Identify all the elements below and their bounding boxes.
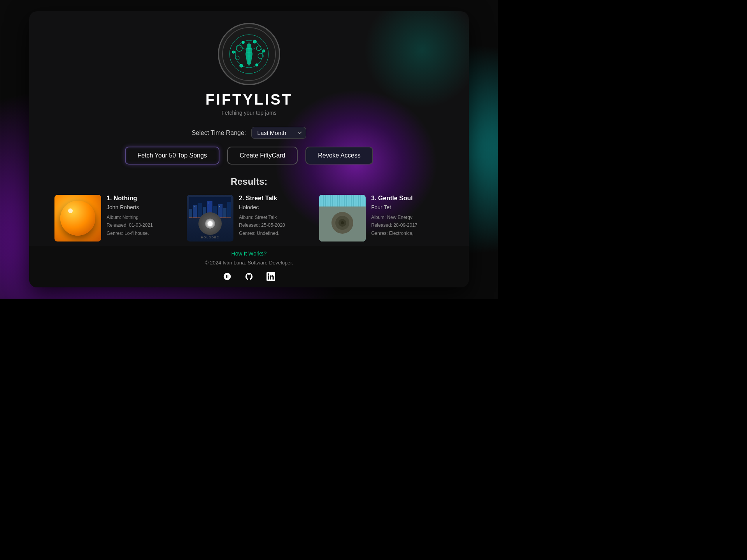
svg-rect-41 — [335, 195, 337, 206]
portfolio-icon — [223, 272, 231, 281]
main-content: FIFTYLIST Fetching your top jams Select … — [29, 11, 469, 242]
svg-rect-49 — [354, 195, 356, 206]
song-released-3: Released: 28-09-2017 — [371, 221, 444, 229]
song-meta-3: Album: New Energy Released: 28-09-2017 G… — [371, 214, 444, 237]
svg-rect-38 — [328, 195, 330, 206]
footer: How It Works? © 2024 Iván Luna. Software… — [29, 246, 469, 287]
svg-rect-40 — [333, 195, 335, 206]
svg-rect-47 — [349, 195, 351, 206]
song-meta-1: Album: Nothing Released: 01-03-2021 Genr… — [107, 214, 179, 237]
song-genres-3: Genres: Electronica, — [371, 229, 444, 237]
svg-rect-28 — [227, 202, 231, 218]
svg-point-15 — [240, 64, 243, 67]
svg-rect-30 — [209, 203, 209, 203]
song-album-1: Album: Nothing — [107, 214, 179, 221]
svg-point-58 — [341, 221, 344, 224]
svg-point-11 — [242, 41, 244, 44]
svg-rect-42 — [338, 195, 339, 206]
svg-rect-44 — [342, 195, 344, 206]
svg-rect-48 — [352, 195, 353, 206]
svg-rect-37 — [326, 195, 328, 206]
how-it-works-link[interactable]: How It Works? — [231, 250, 267, 257]
svg-rect-36 — [324, 195, 325, 206]
songs-grid: 1. Nothing John Roberts Album: Nothing R… — [29, 195, 469, 242]
song-artist-2: Holodec — [239, 204, 311, 210]
outer-background: FIFTYLIST Fetching your top jams Select … — [0, 0, 498, 299]
song-released-1: Released: 01-03-2021 — [107, 221, 179, 229]
time-range-label: Select Time Range: — [192, 130, 246, 136]
svg-rect-39 — [331, 195, 332, 206]
song-artist-1: John Roberts — [107, 204, 179, 210]
art-holodec-label: HOLODEC — [201, 236, 219, 239]
buttons-row: Fetch Your 50 Top Songs Create FiftyCard… — [125, 147, 373, 164]
svg-rect-29 — [195, 206, 195, 207]
art-gentle-bg — [319, 195, 366, 242]
song-genres-1: Genres: Lo-fi house. — [107, 229, 179, 237]
song-art-2: HOLODEC — [187, 195, 233, 242]
svg-rect-46 — [347, 195, 349, 206]
svg-rect-31 — [219, 206, 220, 206]
song-rank-title-2: 2. Street Talk — [239, 195, 311, 202]
footer-icons — [221, 270, 277, 283]
song-info-2: 2. Street Talk Holodec Album: Street Tal… — [239, 195, 311, 237]
fetch-button[interactable]: Fetch Your 50 Top Songs — [125, 147, 219, 164]
song-card-2: HOLODEC 2. Street Talk Holodec Album: St… — [187, 195, 311, 242]
revoke-access-button[interactable]: Revoke Access — [305, 147, 373, 164]
svg-rect-35 — [321, 195, 323, 206]
logo-svg — [222, 27, 276, 81]
svg-rect-53 — [363, 195, 365, 206]
song-genres-2: Genres: Undefined. — [239, 229, 311, 237]
svg-point-12 — [253, 40, 256, 43]
song-card-1: 1. Nothing John Roberts Album: Nothing R… — [54, 195, 179, 242]
app-title: FIFTYLIST — [205, 91, 293, 108]
svg-point-16 — [256, 64, 258, 66]
svg-rect-51 — [359, 195, 360, 206]
time-range-row: Select Time Range: Last Month Last 6 Mon… — [192, 127, 307, 139]
github-icon — [245, 272, 253, 281]
linkedin-icon — [267, 272, 275, 281]
song-art-1 — [54, 195, 101, 242]
song-card-3: 3. Gentle Soul Four Tet Album: New Energ… — [319, 195, 444, 242]
app-logo — [218, 23, 280, 85]
art-nothing-ball — [60, 201, 95, 236]
art-holodec-bg: HOLODEC — [187, 195, 233, 242]
svg-rect-43 — [340, 195, 342, 206]
app-window: FIFTYLIST Fetching your top jams Select … — [29, 11, 469, 287]
song-art-3 — [319, 195, 366, 242]
svg-rect-20 — [189, 209, 192, 218]
svg-point-14 — [263, 50, 265, 52]
song-rank-title-1: 1. Nothing — [107, 195, 179, 202]
art-nothing-bg — [54, 195, 101, 242]
create-fiftycard-button[interactable]: Create FiftyCard — [227, 147, 298, 164]
svg-rect-34 — [319, 195, 321, 206]
song-album-2: Album: Street Talk — [239, 214, 311, 221]
app-subtitle: Fetching your top jams — [221, 110, 277, 116]
results-title: Results: — [231, 176, 268, 187]
song-rank-title-3: 3. Gentle Soul — [371, 195, 444, 202]
github-icon-button[interactable] — [243, 270, 255, 283]
svg-point-13 — [232, 51, 235, 53]
footer-copyright: © 2024 Iván Luna. Software Developer. — [205, 260, 293, 266]
song-artist-3: Four Tet — [371, 204, 444, 210]
gentle-svg — [319, 195, 366, 242]
time-range-select[interactable]: Last Month Last 6 Months All Time — [251, 127, 306, 139]
svg-rect-52 — [361, 195, 363, 206]
song-album-3: Album: New Energy — [371, 214, 444, 221]
svg-rect-27 — [223, 208, 226, 218]
song-info-3: 3. Gentle Soul Four Tet Album: New Energ… — [371, 195, 444, 237]
svg-rect-45 — [345, 195, 346, 206]
portfolio-icon-button[interactable] — [221, 270, 233, 283]
song-released-2: Released: 25-05-2020 — [239, 221, 311, 229]
song-meta-2: Album: Street Talk Released: 25-05-2020 … — [239, 214, 311, 237]
art-holodec-vinyl — [198, 212, 222, 235]
svg-rect-50 — [356, 195, 358, 206]
linkedin-icon-button[interactable] — [265, 270, 277, 283]
song-info-1: 1. Nothing John Roberts Album: Nothing R… — [107, 195, 179, 237]
